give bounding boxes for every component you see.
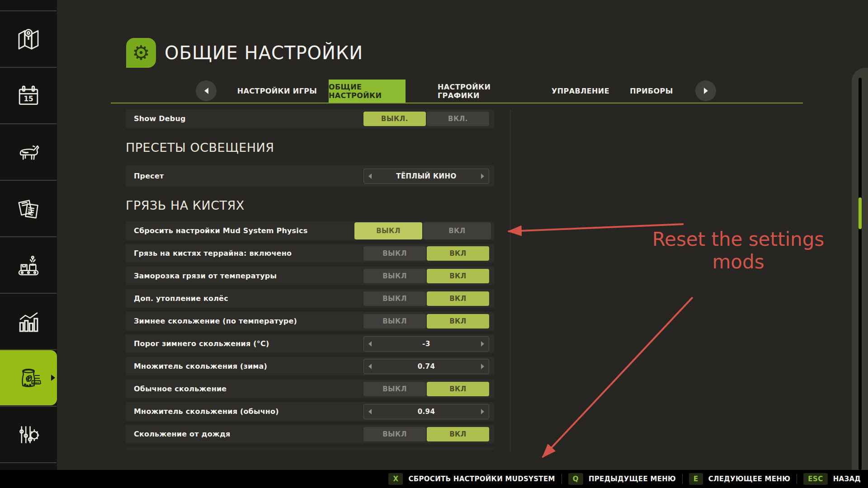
sidebar-item-statistics[interactable] bbox=[0, 294, 57, 349]
toggle-wheel-sink: ВЫКЛ ВКЛ bbox=[363, 291, 489, 306]
stepper-value: -3 bbox=[364, 340, 489, 348]
stepper-decrease-icon[interactable] bbox=[368, 364, 372, 369]
keybind-back[interactable]: ESC НАЗАД bbox=[803, 473, 861, 485]
toggle-mud-terrain: ВЫКЛ ВКЛ bbox=[363, 246, 489, 261]
tabs-prev-button[interactable] bbox=[196, 80, 217, 101]
setting-label: Сбросить настройки Mud System Physics bbox=[126, 226, 307, 235]
toggle-mud-reset: ВЫКЛ ВКЛ bbox=[354, 222, 491, 239]
partial-next-row bbox=[126, 447, 494, 450]
stepper-increase-icon[interactable] bbox=[481, 409, 484, 414]
row-winter-slip-multiplier: Множитель скольжения (зима) 0.74 bbox=[126, 357, 494, 375]
tab-game-settings[interactable]: НАСТРОЙКИ ИГРЫ bbox=[233, 80, 321, 103]
toggle-rain-slip: ВЫКЛ ВКЛ bbox=[363, 427, 489, 441]
sidebar-item-animals[interactable] bbox=[0, 124, 57, 180]
active-tile-pointer-icon bbox=[51, 375, 55, 381]
row-mud-terrain: Грязь на кистях террайна: включено ВЫКЛ … bbox=[126, 244, 494, 263]
tabs-next-button[interactable] bbox=[695, 80, 716, 101]
bottom-bar-divider bbox=[682, 474, 683, 484]
sidebar-item-calendar[interactable]: 15 bbox=[0, 68, 57, 123]
row-rain-slip: Скольжение от дождя ВЫКЛ ВКЛ bbox=[126, 425, 494, 443]
sidebar-item-map[interactable] bbox=[0, 11, 57, 67]
setting-label: Множитель скольжения (зима) bbox=[126, 362, 267, 371]
toggle-off-button[interactable]: ВЫКЛ bbox=[363, 246, 426, 261]
cow-icon bbox=[15, 140, 42, 165]
toggle-off-button[interactable]: ВЫКЛ bbox=[363, 427, 426, 441]
sliders-gear-icon bbox=[16, 422, 41, 447]
sidebar: 15 bbox=[0, 0, 57, 470]
setting-label: Show Debug bbox=[126, 114, 186, 123]
svg-text:15: 15 bbox=[24, 94, 33, 103]
gear-icon: ⚙ bbox=[132, 43, 150, 63]
tab-general-settings-active[interactable]: ОБЩИЕ НАСТРОЙКИ bbox=[329, 80, 406, 103]
keybind-next-menu[interactable]: E СЛЕДУЮЩЕЕ МЕНЮ bbox=[689, 473, 790, 485]
documents-icon bbox=[16, 196, 41, 221]
stepper-preset: ТЁПЛЫЙ КИНО bbox=[363, 169, 489, 184]
production-icon bbox=[16, 253, 41, 278]
settings-gear-badge: ⚙ bbox=[126, 38, 156, 68]
key-badge-esc: ESC bbox=[803, 473, 828, 485]
keybind-reset-mudsystem[interactable]: X СБРОСИТЬ НАСТРОЙКИ MUDSYSTEM bbox=[388, 473, 555, 485]
stepper-increase-icon[interactable] bbox=[481, 174, 484, 179]
stepper-increase-icon[interactable] bbox=[481, 341, 484, 347]
row-mud-reset: Сбросить настройки Mud System Physics ВЫ… bbox=[126, 221, 494, 240]
stepper-value: ТЁПЛЫЙ КИНО bbox=[364, 172, 489, 180]
toggle-on-button[interactable]: ВКЛ bbox=[427, 427, 489, 441]
toggle-off-button[interactable]: ВЫКЛ bbox=[354, 222, 422, 239]
keybind-label: НАЗАД bbox=[833, 475, 861, 483]
stepper-decrease-icon[interactable] bbox=[368, 174, 372, 179]
toggle-on-button[interactable]: ВКЛ bbox=[427, 269, 489, 283]
tab-devices[interactable]: ПРИБОРЫ bbox=[627, 80, 676, 103]
key-badge-e: E bbox=[689, 473, 703, 485]
row-winter-slip: Зимнее скольжение (по температуре) ВЫКЛ … bbox=[126, 312, 494, 330]
bottom-keybind-bar: X СБРОСИТЬ НАСТРОЙКИ MUDSYSTEM Q ПРЕДЫДУ… bbox=[0, 470, 868, 488]
stepper-winter-threshold: -3 bbox=[363, 336, 489, 352]
tab-controls[interactable]: УПРАВЛЕНИЕ bbox=[548, 80, 613, 103]
bottom-bar-divider bbox=[797, 474, 797, 484]
sidebar-divider bbox=[0, 462, 57, 463]
toggle-show-debug: ВЫКЛ. ВКЛ. bbox=[363, 112, 489, 126]
toggle-on-button[interactable]: ВКЛ bbox=[427, 246, 489, 261]
toggle-on-button[interactable]: ВКЛ. bbox=[427, 112, 489, 126]
sidebar-item-prices-active[interactable]: 12345 L bbox=[0, 350, 57, 405]
toggle-on-button[interactable]: ВКЛ bbox=[427, 291, 489, 306]
game-settings-screen: 15 bbox=[0, 0, 868, 488]
scrollbar-gutter bbox=[852, 68, 868, 470]
sidebar-item-contracts[interactable] bbox=[0, 181, 57, 236]
toggle-off-button[interactable]: ВЫКЛ bbox=[363, 382, 426, 396]
bar-chart-icon bbox=[16, 309, 41, 334]
toggle-on-button[interactable]: ВКЛ bbox=[427, 382, 489, 396]
stepper-decrease-icon[interactable] bbox=[368, 409, 372, 414]
svg-text:12345 L: 12345 L bbox=[31, 381, 42, 384]
stepper-value: 0.94 bbox=[364, 408, 489, 416]
stepper-value: 0.74 bbox=[364, 362, 489, 371]
stepper-increase-icon[interactable] bbox=[481, 364, 484, 369]
stepper-decrease-icon[interactable] bbox=[368, 341, 372, 347]
tab-graphics-settings[interactable]: НАСТРОЙКИ ГРАФИКИ bbox=[438, 80, 535, 103]
section-title-lighting-presets: ПРЕСЕТЫ ОСВЕЩЕНИЯ bbox=[126, 138, 494, 156]
toggle-mud-freeze: ВЫКЛ ВКЛ bbox=[363, 269, 489, 283]
toggle-on-button[interactable]: ВКЛ bbox=[427, 314, 489, 328]
map-icon bbox=[16, 27, 41, 52]
toggle-off-button[interactable]: ВЫКЛ bbox=[363, 291, 426, 306]
arrow-right-icon bbox=[704, 88, 708, 94]
row-show-debug: Show Debug ВЫКЛ. ВКЛ. bbox=[126, 109, 494, 128]
annotation-text: Reset the settings mods bbox=[637, 228, 840, 273]
keybind-label: СБРОСИТЬ НАСТРОЙКИ MUDSYSTEM bbox=[408, 475, 555, 483]
toggle-off-button[interactable]: ВЫКЛ. bbox=[363, 112, 426, 126]
scrollbar-track[interactable] bbox=[859, 78, 862, 470]
keybind-previous-menu[interactable]: Q ПРЕДЫДУЩЕЕ МЕНЮ bbox=[568, 473, 676, 485]
section-title-mud: ГРЯЗЬ НА КИСТЯХ bbox=[126, 196, 494, 214]
sidebar-item-production[interactable] bbox=[0, 237, 57, 293]
setting-label: Грязь на кистях террайна: включено bbox=[126, 249, 292, 258]
setting-label: Пресет bbox=[126, 172, 164, 180]
toggle-off-button[interactable]: ВЫКЛ bbox=[363, 269, 426, 283]
toggle-winter-slip: ВЫКЛ ВКЛ bbox=[363, 314, 489, 328]
sidebar-item-settings[interactable] bbox=[0, 407, 57, 462]
tab-underline bbox=[111, 103, 803, 103]
scrollbar-thumb[interactable] bbox=[859, 197, 862, 229]
keybind-label: ПРЕДЫДУЩЕЕ МЕНЮ bbox=[589, 475, 676, 483]
toggle-off-button[interactable]: ВЫКЛ bbox=[363, 314, 426, 328]
setting-label: Порог зимнего скольжения (°C) bbox=[126, 339, 269, 348]
row-normal-slip: Обычное скольжение ВЫКЛ ВКЛ bbox=[126, 380, 494, 398]
toggle-on-button[interactable]: ВКЛ bbox=[423, 222, 491, 239]
